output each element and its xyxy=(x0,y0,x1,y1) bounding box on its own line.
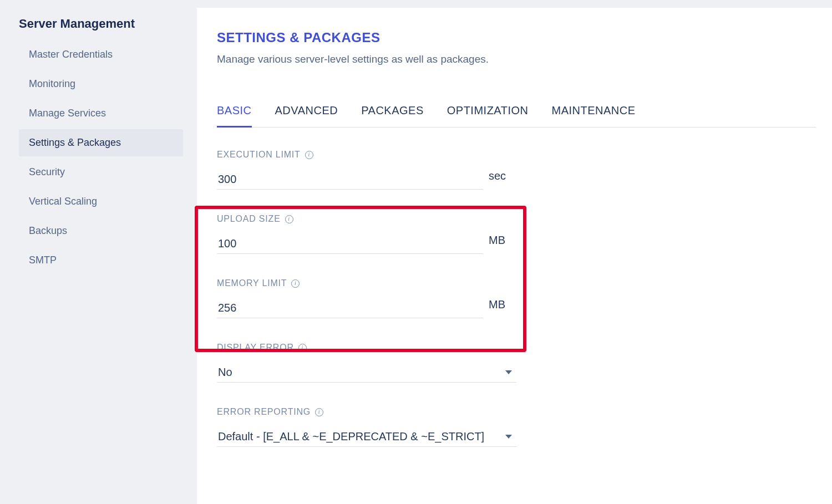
sidebar-item-security[interactable]: Security xyxy=(19,159,183,186)
label-text-execution-limit: EXECUTION LIMIT xyxy=(217,150,301,160)
chevron-down-icon xyxy=(505,370,512,374)
input-memory-limit[interactable] xyxy=(217,298,483,318)
sidebar-item-monitoring[interactable]: Monitoring xyxy=(19,70,183,98)
tab-maintenance[interactable]: MAINTENANCE xyxy=(551,104,635,127)
tab-advanced[interactable]: ADVANCED xyxy=(275,104,338,127)
unit-upload-size: MB xyxy=(489,234,505,247)
info-icon[interactable]: i xyxy=(291,279,300,288)
page-subtitle: Manage various server-level settings as … xyxy=(217,53,832,65)
info-icon[interactable]: i xyxy=(315,408,323,416)
field-execution-limit: EXECUTION LIMIT i sec xyxy=(217,150,516,190)
select-error-reporting[interactable]: Default - [E_ALL & ~E_DEPRECATED & ~E_ST… xyxy=(217,427,516,447)
sidebar: Server Management Master Credentials Mon… xyxy=(0,0,191,276)
field-error-reporting: ERROR REPORTING i Default - [E_ALL & ~E_… xyxy=(217,407,516,447)
label-execution-limit: EXECUTION LIMIT i xyxy=(217,150,516,160)
select-display-error[interactable]: No xyxy=(217,363,516,383)
label-upload-size: UPLOAD SIZE i xyxy=(217,214,516,224)
label-text-upload-size: UPLOAD SIZE xyxy=(217,214,281,224)
unit-execution-limit: sec xyxy=(489,170,506,182)
tab-packages[interactable]: PACKAGES xyxy=(361,104,424,127)
sidebar-item-settings-packages[interactable]: Settings & Packages xyxy=(19,129,183,156)
sidebar-title: Server Management xyxy=(19,17,191,31)
label-text-display-error: DISPLAY ERROR xyxy=(217,343,294,353)
sidebar-item-smtp[interactable]: SMTP xyxy=(19,247,183,274)
field-upload-size: UPLOAD SIZE i MB xyxy=(217,214,516,254)
sidebar-item-manage-services[interactable]: Manage Services xyxy=(19,100,183,127)
input-execution-limit[interactable] xyxy=(217,170,483,190)
select-value-error-reporting: Default - [E_ALL & ~E_DEPRECATED & ~E_ST… xyxy=(218,430,484,443)
tab-basic[interactable]: BASIC xyxy=(217,104,252,127)
tab-bar: BASIC ADVANCED PACKAGES OPTIMIZATION MAI… xyxy=(217,104,816,128)
info-icon[interactable]: i xyxy=(285,215,293,223)
sidebar-item-backups[interactable]: Backups xyxy=(19,217,183,245)
info-icon[interactable]: i xyxy=(305,151,313,159)
select-value-display-error: No xyxy=(218,366,232,379)
form-area: EXECUTION LIMIT i sec UPLOAD SIZE i MB xyxy=(217,150,832,447)
field-memory-limit: MEMORY LIMIT i MB xyxy=(217,278,516,318)
main-panel: SETTINGS & PACKAGES Manage various serve… xyxy=(197,8,832,504)
info-icon[interactable]: i xyxy=(298,344,307,352)
label-display-error: DISPLAY ERROR i xyxy=(217,343,516,353)
field-display-error: DISPLAY ERROR i No xyxy=(217,343,516,383)
sidebar-item-vertical-scaling[interactable]: Vertical Scaling xyxy=(19,188,183,215)
label-text-memory-limit: MEMORY LIMIT xyxy=(217,278,287,288)
unit-memory-limit: MB xyxy=(489,298,505,311)
label-error-reporting: ERROR REPORTING i xyxy=(217,407,516,417)
label-text-error-reporting: ERROR REPORTING xyxy=(217,407,311,417)
tab-optimization[interactable]: OPTIMIZATION xyxy=(447,104,529,127)
chevron-down-icon xyxy=(505,435,512,439)
input-upload-size[interactable] xyxy=(217,234,483,254)
page-title: SETTINGS & PACKAGES xyxy=(217,30,832,45)
sidebar-item-master-credentials[interactable]: Master Credentials xyxy=(19,41,183,68)
label-memory-limit: MEMORY LIMIT i xyxy=(217,278,516,288)
